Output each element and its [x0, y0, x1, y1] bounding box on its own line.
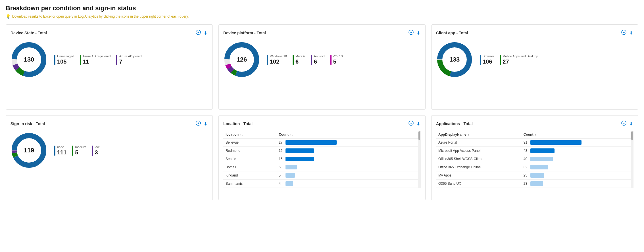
legend-medium-color	[72, 146, 73, 156]
legend-mobile-apps-value: 27	[503, 58, 541, 65]
legend-unmanaged: Unmanaged 105	[54, 54, 74, 65]
svg-text:✦: ✦	[410, 31, 412, 34]
applications-query-btn[interactable]: ✦	[621, 120, 627, 127]
legend-win10-value: 102	[270, 58, 287, 65]
legend-macos-label: MacOs	[295, 54, 305, 58]
location-scrollbar-thumb[interactable]	[418, 131, 420, 140]
legend-macos-value: 6	[295, 58, 305, 65]
client-app-download-btn[interactable]: ⬇	[629, 29, 633, 37]
app-name-sort-icon: ↑↓	[468, 133, 471, 136]
legend-low-color	[92, 146, 93, 156]
app-cell-count: 32	[521, 163, 631, 171]
location-scrollbar[interactable]	[418, 131, 421, 188]
applications-download-btn[interactable]: ⬇	[629, 120, 633, 127]
signin-risk-chart-row: 119 none 111 medium 5	[11, 132, 208, 169]
signin-risk-download-btn[interactable]: ⬇	[203, 120, 208, 127]
app-row: Office365 Shell WCSS-Client 40	[436, 155, 631, 163]
device-platform-legend: Windows 10 102 MacOs 6 Android 6	[267, 54, 343, 65]
client-app-chart-row: 133 Browser 106 Mobile Apps and Desktop.…	[436, 41, 633, 78]
device-state-chart-row: 130 Unmanaged 105 Azure AD registered 11	[11, 41, 208, 78]
legend-mobile-apps-color	[500, 55, 501, 65]
dashboard-grid: Device State - Total ✦ ⬇	[6, 24, 638, 200]
legend-unmanaged-label: Unmanaged	[57, 54, 74, 58]
app-count-sort-icon: ↑↓	[535, 133, 538, 136]
location-cell-name: Seattle	[223, 155, 276, 163]
location-cell-count: 27	[276, 138, 418, 147]
client-app-actions: ✦ ⬇	[621, 29, 633, 37]
legend-ios13-color	[330, 55, 332, 65]
legend-medium: medium 5	[72, 145, 86, 156]
applications-scrollbar-thumb[interactable]	[631, 131, 633, 140]
client-app-title: Client app - Total	[436, 31, 468, 35]
legend-macos: MacOs 6	[293, 54, 305, 65]
device-state-card: Device State - Total ✦ ⬇	[6, 24, 213, 110]
location-col-location[interactable]: location ↑↓	[223, 131, 276, 138]
location-title: Location - Total	[223, 121, 253, 126]
legend-win10-color	[267, 55, 268, 65]
count-sort-icon: ↑↓	[290, 133, 293, 136]
location-row: Sammamish 4	[223, 180, 418, 188]
applications-card: Applications - Total ✦ ⬇ AppDisplayName …	[431, 115, 638, 200]
app-cell-name: Office 365 Exchange Online	[436, 163, 521, 171]
legend-aad-joined-color	[116, 55, 117, 65]
legend-none-label: none	[57, 145, 66, 149]
app-cell-name: Microsoft App Access Panel	[436, 147, 521, 155]
legend-aad-joined-label: Azure AD joined	[119, 54, 141, 58]
location-row: Kirkland 5	[223, 171, 418, 180]
device-state-actions: ✦ ⬇	[195, 29, 208, 37]
client-app-header: Client app - Total ✦ ⬇	[436, 29, 633, 37]
location-table: location ↑↓ Count ↑↓ Bellevue 27 Redmond…	[223, 131, 418, 188]
device-state-title: Device State - Total	[11, 31, 47, 35]
location-cell-name: Bellevue	[223, 138, 276, 147]
device-state-donut: 130	[11, 41, 47, 78]
legend-mobile-apps-label: Mobile Apps and Desktop...	[503, 54, 541, 58]
app-cell-name: My Apps	[436, 171, 521, 180]
legend-win10-label: Windows 10	[270, 54, 287, 58]
info-bar: 💡 Download results to Excel or open quer…	[6, 14, 638, 19]
device-platform-query-btn[interactable]: ✦	[408, 29, 414, 37]
app-cell-count: 43	[521, 147, 631, 155]
legend-ios13: iOS 13 5	[330, 54, 343, 65]
legend-unmanaged-color	[54, 55, 55, 65]
legend-android: Android 6	[311, 54, 325, 65]
location-row: Seattle 15	[223, 155, 418, 163]
location-download-btn[interactable]: ⬇	[416, 120, 421, 127]
legend-aad-registered: Azure AD registered 11	[80, 54, 111, 65]
legend-android-value: 6	[314, 58, 325, 65]
legend-browser-label: Browser	[483, 54, 494, 58]
app-cell-name: Office365 Shell WCSS-Client	[436, 155, 521, 163]
device-state-query-btn[interactable]: ✦	[195, 29, 201, 37]
page-title: Breakdown per condition and sign-in stat…	[6, 5, 638, 12]
legend-aad-joined-value: 7	[119, 58, 141, 65]
legend-aad-reg-value: 11	[83, 58, 111, 65]
applications-scrollbar[interactable]	[631, 131, 633, 188]
svg-text:✦: ✦	[623, 31, 625, 34]
location-row: Redmond 15	[223, 147, 418, 155]
legend-low-label: low	[95, 145, 100, 149]
app-row: Azure Portal 91	[436, 138, 631, 147]
location-query-btn[interactable]: ✦	[408, 120, 414, 127]
client-app-query-btn[interactable]: ✦	[621, 29, 627, 37]
location-cell-name: Kirkland	[223, 171, 276, 180]
legend-browser: Browser 106	[480, 54, 494, 65]
location-header: Location - Total ✦ ⬇	[223, 120, 421, 127]
legend-browser-value: 106	[483, 58, 494, 65]
location-col-count[interactable]: Count ↑↓	[276, 131, 418, 138]
app-cell-count: 25	[521, 171, 631, 180]
app-col-name[interactable]: AppDisplayName ↑↓	[436, 131, 521, 138]
device-state-header: Device State - Total ✦ ⬇	[11, 29, 208, 37]
app-row: Microsoft App Access Panel 43	[436, 147, 631, 155]
location-card: Location - Total ✦ ⬇ location ↑↓ Count ↑…	[218, 115, 426, 200]
signin-risk-query-btn[interactable]: ✦	[195, 120, 201, 127]
legend-win10: Windows 10 102	[267, 54, 287, 65]
legend-medium-value: 5	[75, 149, 86, 156]
device-platform-download-btn[interactable]: ⬇	[416, 29, 421, 37]
legend-none-color	[54, 146, 55, 156]
applications-table-container: AppDisplayName ↑↓ Count ↑↓ Azure Portal …	[436, 131, 633, 188]
app-row: O365 Suite UX 23	[436, 180, 631, 188]
app-col-count[interactable]: Count ↑↓	[521, 131, 631, 138]
device-state-download-btn[interactable]: ⬇	[203, 29, 208, 37]
location-row: Bothell 6	[223, 163, 418, 171]
legend-browser-color	[480, 55, 481, 65]
signin-risk-card: Sign-in risk - Total ✦ ⬇ 119	[6, 115, 213, 200]
